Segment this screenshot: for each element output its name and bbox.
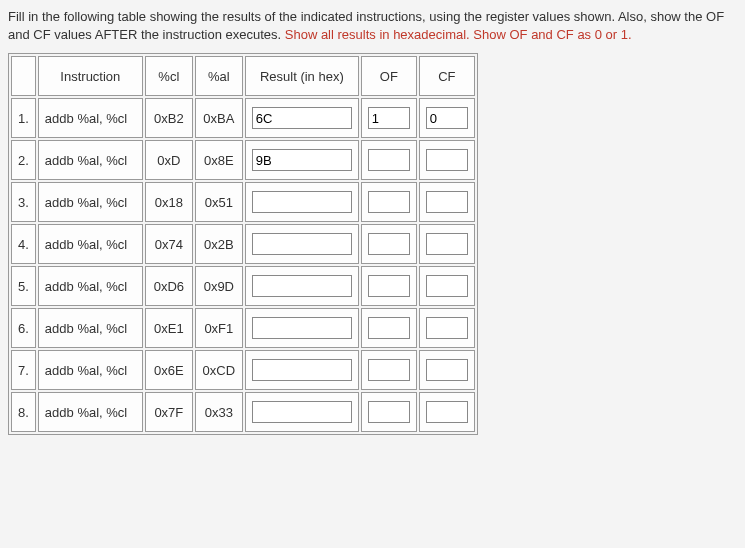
instruction-cell: addb %al, %cl [38,266,143,306]
table-row: 7.addb %al, %cl0x6E0xCD [11,350,475,390]
al-value: 0xBA [195,98,243,138]
of-cell [361,98,417,138]
result-input[interactable] [252,191,352,213]
row-number: 3. [11,182,36,222]
exercise-table: Instruction %cl %al Result (in hex) OF C… [8,53,478,435]
result-cell [245,350,359,390]
instruction-cell: addb %al, %cl [38,224,143,264]
cl-value: 0xE1 [145,308,193,348]
al-value: 0x8E [195,140,243,180]
of-input[interactable] [368,191,410,213]
of-cell [361,266,417,306]
header-cl: %cl [145,56,193,96]
cf-input[interactable] [426,107,468,129]
of-input[interactable] [368,401,410,423]
instruction-cell: addb %al, %cl [38,140,143,180]
of-input[interactable] [368,275,410,297]
of-cell [361,182,417,222]
of-cell [361,224,417,264]
header-num [11,56,36,96]
cf-cell [419,350,475,390]
table-row: 5.addb %al, %cl0xD60x9D [11,266,475,306]
cf-cell [419,140,475,180]
al-value: 0xF1 [195,308,243,348]
instructions-text: Fill in the following table showing the … [8,8,737,43]
cf-cell [419,98,475,138]
cl-value: 0x6E [145,350,193,390]
cf-cell [419,182,475,222]
result-input[interactable] [252,149,352,171]
instruction-cell: addb %al, %cl [38,308,143,348]
table-row: 3.addb %al, %cl0x180x51 [11,182,475,222]
row-number: 5. [11,266,36,306]
cf-input[interactable] [426,233,468,255]
al-value: 0x51 [195,182,243,222]
result-cell [245,182,359,222]
result-cell [245,140,359,180]
instruction-cell: addb %al, %cl [38,392,143,432]
result-input[interactable] [252,107,352,129]
row-number: 2. [11,140,36,180]
of-cell [361,140,417,180]
instruction-cell: addb %al, %cl [38,182,143,222]
of-cell [361,308,417,348]
cf-input[interactable] [426,359,468,381]
row-number: 6. [11,308,36,348]
table-row: 1.addb %al, %cl0xB20xBA [11,98,475,138]
cf-cell [419,308,475,348]
of-input[interactable] [368,107,410,129]
cl-value: 0xB2 [145,98,193,138]
al-value: 0xCD [195,350,243,390]
cl-value: 0xD6 [145,266,193,306]
of-input[interactable] [368,149,410,171]
cl-value: 0xD [145,140,193,180]
result-cell [245,266,359,306]
cl-value: 0x7F [145,392,193,432]
cf-cell [419,224,475,264]
of-cell [361,392,417,432]
table-row: 6.addb %al, %cl0xE10xF1 [11,308,475,348]
cf-input[interactable] [426,401,468,423]
instruction-cell: addb %al, %cl [38,98,143,138]
result-input[interactable] [252,359,352,381]
header-result: Result (in hex) [245,56,359,96]
al-value: 0x2B [195,224,243,264]
cf-cell [419,266,475,306]
result-input[interactable] [252,317,352,339]
header-instruction: Instruction [38,56,143,96]
result-cell [245,308,359,348]
cf-input[interactable] [426,317,468,339]
cf-input[interactable] [426,149,468,171]
row-number: 4. [11,224,36,264]
of-input[interactable] [368,359,410,381]
cf-cell [419,392,475,432]
result-cell [245,224,359,264]
row-number: 1. [11,98,36,138]
of-input[interactable] [368,233,410,255]
header-row: Instruction %cl %al Result (in hex) OF C… [11,56,475,96]
table-row: 4.addb %al, %cl0x740x2B [11,224,475,264]
row-number: 7. [11,350,36,390]
cl-value: 0x74 [145,224,193,264]
header-of: OF [361,56,417,96]
of-cell [361,350,417,390]
al-value: 0x9D [195,266,243,306]
result-cell [245,98,359,138]
header-al: %al [195,56,243,96]
result-input[interactable] [252,275,352,297]
of-input[interactable] [368,317,410,339]
header-cf: CF [419,56,475,96]
al-value: 0x33 [195,392,243,432]
instructions-highlight: Show all results in hexadecimal. Show OF… [285,27,632,42]
table-row: 8.addb %al, %cl0x7F0x33 [11,392,475,432]
cf-input[interactable] [426,275,468,297]
table-row: 2.addb %al, %cl0xD0x8E [11,140,475,180]
result-input[interactable] [252,233,352,255]
result-cell [245,392,359,432]
result-input[interactable] [252,401,352,423]
instruction-cell: addb %al, %cl [38,350,143,390]
row-number: 8. [11,392,36,432]
cf-input[interactable] [426,191,468,213]
cl-value: 0x18 [145,182,193,222]
